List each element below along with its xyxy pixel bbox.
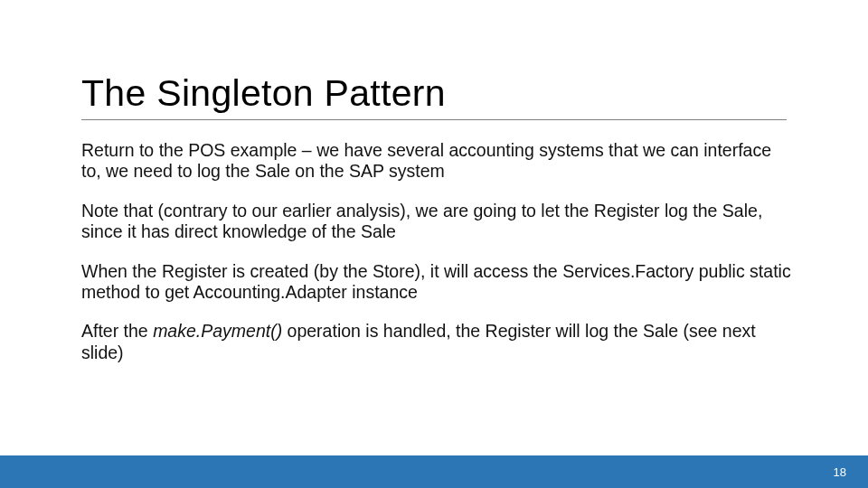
- footer-bar: 18: [0, 455, 868, 488]
- paragraph: Note that (contrary to our earlier analy…: [81, 201, 796, 243]
- text-span: After the: [81, 321, 153, 341]
- slide: The Singleton Pattern Return to the POS …: [0, 0, 868, 488]
- paragraph: When the Register is created (by the Sto…: [81, 261, 796, 304]
- paragraph: After the make.Payment() operation is ha…: [81, 321, 796, 363]
- page-number: 18: [834, 465, 846, 479]
- slide-title: The Singleton Pattern: [81, 72, 446, 115]
- operation-name: make.Payment(): [153, 321, 282, 341]
- slide-body: Return to the POS example – we have seve…: [81, 140, 796, 381]
- paragraph: Return to the POS example – we have seve…: [81, 140, 796, 183]
